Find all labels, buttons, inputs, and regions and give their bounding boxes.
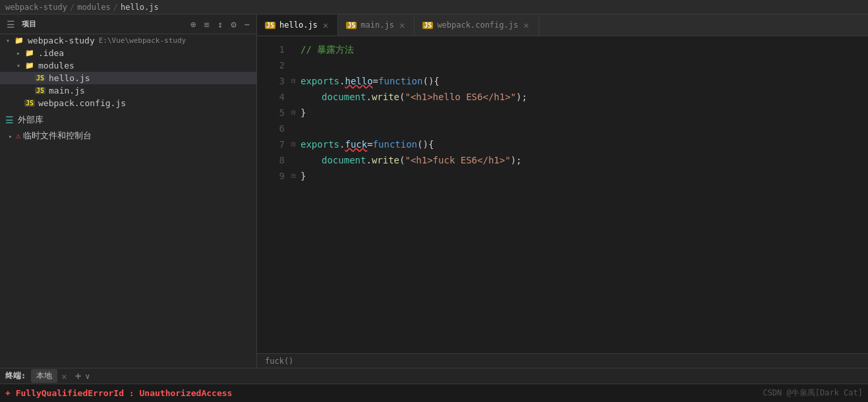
folder-icon-modules: 📁 [24,61,36,71]
code-string-2: "<h1>fuck ES6</h1>" [405,152,510,168]
tab-icon-webpack: JS [422,22,433,29]
tab-icon-hello: JS [265,22,275,29]
breadcrumb-part-2[interactable]: modules [77,3,111,12]
project-tree: ▾ 📁 webpack-study E:\Vue\webpack-study ▸… [0,34,256,368]
code-brace-2: } [301,168,306,184]
local-tab[interactable]: 本地 [31,369,57,383]
sidebar-split-icon[interactable]: ↕ [216,18,224,31]
warning-icon: ⚠ [16,131,20,140]
breadcrumb-part-3[interactable]: hello.js [121,3,159,12]
breadcrumb-part-1[interactable]: webpack-study [5,3,67,12]
sidebar: ☰ 项目 ⊕ ≡ ↕ ⚙ − ▾ 📁 webpack-study E:\Vue\… [0,14,257,368]
code-line-6 [301,121,868,136]
code-function-kw-2: function [373,136,417,152]
tree-label-hello: hello.js [49,73,90,83]
folder-icon-root: 📁 [13,36,25,45]
tab-label-webpack: webpack.config.js [437,20,518,30]
sidebar-item-temp-files[interactable]: ▸ ⚠ 临时文件和控制台 [0,128,256,144]
temp-files-label: 临时文件和控制台 [23,130,92,142]
code-line-3: ⊟ exports.hello = function (){ [301,73,868,89]
error-text: + FullyQualifiedErrorId : UnauthorizedAc… [5,388,232,398]
local-tab-close[interactable]: ✕ [60,371,68,382]
tree-arrow-idea: ▸ [13,49,24,57]
tab-label-hello: hello.js [279,20,318,30]
breadcrumb: webpack-study / modules / hello.js [0,0,868,14]
terminal-label: 终端: [5,370,26,382]
tree-item-hello-js[interactable]: JS hello.js [0,72,256,84]
tree-label-root: webpack-study [28,36,95,45]
tree-label-main: main.js [49,86,85,96]
tree-item-idea[interactable]: ▸ 📁 .idea [0,47,256,59]
code-hello-prop: hello [345,73,372,89]
watermark: CSDN @牛泉禹[Dark Cat] [763,388,863,399]
tree-item-main-js[interactable]: JS main.js [0,84,256,97]
editor-content[interactable]: 1 2 3 4 5 6 7 8 9 // 暴露方法 ⊟ [257,36,868,353]
tab-hello-js[interactable]: JS hello.js ✕ [257,14,338,36]
editor-area: JS hello.js ✕ JS main.js ✕ JS webpack.co… [257,14,868,368]
tree-arrow-modules: ▾ [13,62,24,69]
tab-label-main: main.js [361,20,394,30]
sidebar-gear-icon[interactable]: ⚙ [229,18,237,31]
tab-close-main[interactable]: ✕ [398,20,406,30]
sidebar-list-icon[interactable]: ≡ [202,18,210,31]
sidebar-globe-icon[interactable]: ⊕ [189,18,197,31]
js-icon-hello: JS [34,74,46,83]
tree-label-webpack: webpack.config.js [38,98,126,108]
hint-text: fuck() [265,357,293,366]
tree-arrow-root: ▾ [3,37,13,44]
js-icon-webpack: JS [24,99,36,108]
code-function-kw-1: function [378,73,422,89]
tree-path-root: E:\Vue\webpack-study [99,36,186,45]
code-fuck-prop: fuck [345,136,367,152]
code-comment: // 暴露方法 [301,42,354,57]
code-write-fn-1: write [372,89,399,105]
tab-webpack-config-js[interactable]: JS webpack.config.js ✕ [415,14,538,36]
terminal-arrow-down[interactable]: ∨ [85,372,90,381]
hint-bar: fuck() [257,353,868,368]
breadcrumb-sep-2: / [113,3,118,12]
tree-label-modules: modules [38,61,74,71]
main-layout: ☰ 项目 ⊕ ≡ ↕ ⚙ − ▾ 📁 webpack-study E:\Vue\… [0,14,868,368]
code-line-7: ⊟ exports.fuck = function (){ [301,136,868,152]
tree-item-modules[interactable]: ▾ 📁 modules [0,59,256,72]
tree-arrow-temp: ▸ [5,132,16,140]
tree-label-idea: .idea [38,48,64,58]
add-terminal-button[interactable]: + [75,370,82,382]
code-document-1: document [322,89,366,105]
code-document-2: document [322,152,366,168]
sidebar-toolbar: ☰ 项目 ⊕ ≡ ↕ ⚙ − [0,14,256,34]
line-numbers: 1 2 3 4 5 6 7 8 9 [257,36,290,353]
code-line-4: document.write("<h1>hello ES6</h1>"); [301,89,868,105]
sidebar-item-external-lib[interactable]: ☰ 外部库 [0,112,256,128]
code-line-9: ⊟ } [301,168,868,184]
code-string-1: "<h1>hello ES6</h1>" [405,89,516,105]
fold-arrow-9[interactable]: ⊟ [291,168,296,184]
tab-close-webpack[interactable]: ✕ [522,20,530,30]
status-bar: 终端: 本地 ✕ + ∨ [0,368,868,384]
sidebar-collapse-icon[interactable]: ☰ [5,18,16,31]
code-exports-1: exports [301,73,339,89]
code-area[interactable]: // 暴露方法 ⊟ exports.hello = function (){ d… [290,36,868,353]
tab-icon-main: JS [346,22,357,29]
tree-item-root[interactable]: ▾ 📁 webpack-study E:\Vue\webpack-study [0,34,256,47]
js-icon-main: JS [34,86,46,96]
code-line-1: // 暴露方法 [301,42,868,57]
code-exports-2: exports [301,136,339,152]
code-write-fn-2: write [372,152,399,168]
bars-icon: ☰ [5,115,14,125]
breadcrumb-sep-1: / [70,3,74,12]
sidebar-minus-icon[interactable]: − [243,18,251,31]
tab-close-hello[interactable]: ✕ [322,20,330,30]
code-line-5: ⊟ } [301,105,868,121]
tab-main-js[interactable]: JS main.js ✕ [338,14,415,36]
tree-item-webpack-config[interactable]: JS webpack.config.js [0,97,256,109]
error-bar: + FullyQualifiedErrorId : UnauthorizedAc… [0,384,868,402]
folder-icon-idea: 📁 [24,49,36,58]
code-line-2 [301,57,868,73]
tabs-bar: JS hello.js ✕ JS main.js ✕ JS webpack.co… [257,14,868,36]
fold-arrow-7[interactable]: ⊟ [291,136,296,152]
fold-arrow-3[interactable]: ⊟ [291,73,296,89]
code-line-8: document.write("<h1>fuck ES6</h1>"); [301,152,868,168]
sidebar-title: 项目 [22,19,36,29]
fold-arrow-5[interactable]: ⊟ [291,105,296,121]
